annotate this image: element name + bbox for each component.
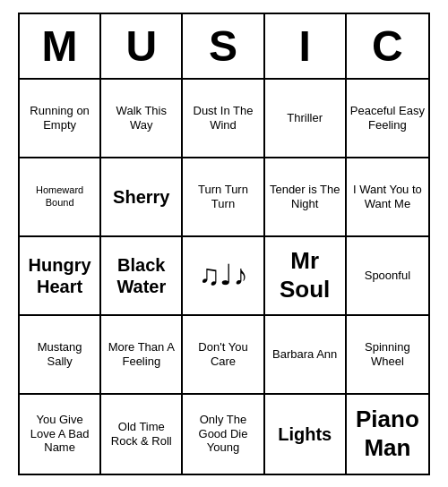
bingo-cell-9: I Want You to Want Me — [347, 158, 428, 237]
bingo-cell-13: Mr Soul — [265, 237, 347, 316]
bingo-cell-11: Black Water — [101, 237, 183, 316]
bingo-cell-22: Only The Good Die Young — [183, 395, 264, 474]
bingo-cell-20: You Give Love A Bad Name — [20, 395, 101, 474]
bingo-cell-0: Running on Empty — [20, 80, 101, 158]
bingo-cell-15: Mustang Sally — [20, 316, 101, 395]
bingo-cell-23: Lights — [265, 395, 347, 474]
bingo-cell-19: Spinning Wheel — [347, 316, 428, 395]
bingo-cell-17: Don't You Care — [183, 316, 264, 395]
bingo-cell-16: More Than A Feeling — [101, 316, 183, 395]
bingo-cell-21: Old Time Rock & Roll — [101, 395, 183, 474]
bingo-cell-2: Dust In The Wind — [183, 80, 264, 158]
bingo-cell-7: Turn Turn Turn — [183, 158, 264, 237]
bingo-cell-14: Spoonful — [347, 237, 428, 316]
bingo-header: MUSIC — [20, 14, 428, 80]
bingo-cell-5: Homeward Bound — [20, 158, 101, 237]
bingo-cell-6: Sherry — [101, 158, 183, 237]
bingo-cell-3: Thriller — [265, 80, 347, 158]
bingo-cell-10: Hungry Heart — [20, 237, 101, 316]
header-letter-i: I — [265, 14, 347, 78]
bingo-cell-24: Piano Man — [347, 395, 428, 474]
bingo-cell-4: Peaceful Easy Feeling — [347, 80, 428, 158]
bingo-cell-8: Tender is The Night — [265, 158, 347, 237]
bingo-cell-12: ♫♩♪ — [183, 237, 264, 316]
header-letter-m: M — [20, 14, 101, 78]
bingo-card: MUSIC Running on EmptyWalk This WayDust … — [18, 13, 430, 475]
bingo-cell-18: Barbara Ann — [265, 316, 347, 395]
header-letter-u: U — [101, 14, 183, 78]
header-letter-c: C — [347, 14, 428, 78]
bingo-grid: Running on EmptyWalk This WayDust In The… — [20, 80, 428, 474]
bingo-cell-1: Walk This Way — [101, 80, 183, 158]
header-letter-s: S — [183, 14, 264, 78]
